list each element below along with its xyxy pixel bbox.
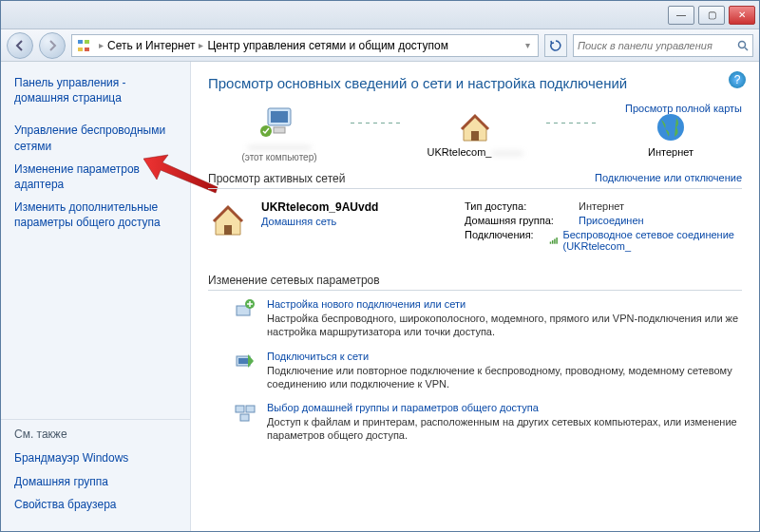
sidebar-link-browser[interactable]: Свойства браузера	[14, 493, 177, 516]
node-name-blurred: ———	[491, 146, 522, 158]
body: Панель управления - домашняя страница Уп…	[1, 62, 759, 531]
network-details: Тип доступа: Интернет Домашняя группа: П…	[465, 200, 742, 255]
node-name: Интернет	[599, 146, 742, 158]
page-heading: Просмотр основных сведений о сети и наст…	[208, 75, 742, 91]
svg-rect-2	[78, 48, 83, 51]
svg-rect-15	[554, 239, 555, 244]
signal-icon	[549, 235, 559, 246]
task-link-new-connection[interactable]: Настройка нового подключения или сети	[267, 298, 742, 310]
breadcrumb[interactable]: ▸ Сеть и Интернет ▸ Центр управления сет…	[71, 34, 539, 57]
svg-rect-14	[552, 240, 553, 244]
diagram-node-internet: Интернет	[599, 108, 742, 158]
chevron-right-icon: ▸	[95, 40, 107, 50]
section-active-networks: Просмотр активных сетей Подключение или …	[208, 172, 742, 189]
active-network-box: UKRtelecom_9AUvdd Домашняя сеть Тип дост…	[208, 197, 742, 264]
svg-rect-16	[557, 238, 558, 244]
refresh-button[interactable]	[544, 34, 567, 57]
breadcrumb-item[interactable]: Центр управления сетями и общим доступом	[207, 39, 448, 52]
svg-point-4	[739, 41, 746, 48]
help-icon: ?	[734, 73, 741, 86]
detail-value-homegroup[interactable]: Присоединен	[579, 215, 644, 226]
arrow-right-icon	[47, 40, 58, 51]
breadcrumb-item[interactable]: Сеть и Интернет	[107, 39, 195, 52]
svg-rect-10	[471, 131, 479, 141]
detail-label: Тип доступа:	[465, 200, 579, 212]
connection-line	[546, 123, 599, 124]
node-name: UKRtelecom_	[428, 146, 492, 158]
task-item: Выбор домашней группы и параметров общег…	[208, 402, 742, 443]
search-box[interactable]	[573, 34, 753, 57]
back-button[interactable]	[7, 32, 33, 59]
network-icon	[76, 38, 91, 53]
help-button[interactable]: ?	[729, 71, 746, 88]
task-list: Настройка нового подключения или сети На…	[208, 298, 742, 443]
window: — ▢ ✕ ▸ Сеть и Интернет ▸ Центр управлен…	[0, 0, 760, 532]
section-label: Изменение сетевых параметров	[208, 274, 380, 287]
task-item: Подключиться к сети Подключение или повт…	[208, 351, 742, 391]
view-map-link[interactable]: Просмотр полной карты	[625, 103, 742, 114]
minimize-button[interactable]: —	[668, 6, 694, 25]
network-diagram: Просмотр полной карты —————— (этот компь…	[208, 103, 742, 162]
homegroup-icon	[235, 402, 257, 443]
new-connection-icon	[235, 298, 257, 339]
computer-icon	[208, 103, 351, 141]
svg-rect-7	[271, 111, 288, 123]
forward-button[interactable]	[39, 32, 66, 59]
sidebar-link-adapter[interactable]: Изменение параметров адаптера	[1, 158, 190, 196]
diagram-node-network: UKRtelecom_———	[404, 108, 546, 158]
sidebar-link-sharing[interactable]: Изменить дополнительные параметры общего…	[1, 196, 190, 234]
detail-value-connection[interactable]: Беспроводное сетевое соединение (UKRtele…	[549, 229, 742, 252]
main-content: ? Просмотр основных сведений о сети и на…	[191, 62, 759, 531]
house-icon	[404, 108, 546, 146]
chevron-right-icon: ▸	[195, 40, 207, 50]
svg-rect-21	[236, 406, 244, 412]
navbar: ▸ Сеть и Интернет ▸ Центр управления сет…	[1, 29, 759, 62]
chevron-down-icon[interactable]: ▾	[522, 40, 534, 50]
task-link-connect[interactable]: Подключиться к сети	[267, 351, 742, 362]
detail-label: Подключения:	[465, 229, 549, 252]
sidebar-link-wireless[interactable]: Управление беспроводными сетями	[1, 119, 190, 157]
svg-rect-3	[85, 48, 89, 51]
house-icon	[208, 200, 248, 255]
svg-rect-23	[240, 414, 249, 421]
arrow-left-icon	[14, 40, 26, 51]
svg-rect-12	[224, 225, 232, 235]
svg-point-11	[657, 114, 684, 141]
node-subtitle: (этот компьютер)	[208, 152, 351, 162]
diagram-node-computer: —————— (этот компьютер)	[208, 103, 351, 162]
svg-rect-1	[85, 40, 89, 44]
sidebar-link-home[interactable]: Панель управления - домашняя страница	[1, 71, 190, 109]
task-item: Настройка нового подключения или сети На…	[208, 298, 742, 339]
detail-label: Домашняя группа:	[465, 215, 579, 226]
sidebar-link-firewall[interactable]: Брандмауэр Windows	[14, 446, 177, 469]
search-input[interactable]	[578, 40, 733, 51]
detail-value-access: Интернет	[579, 200, 624, 212]
see-also: См. также Брандмауэр Windows Домашняя гр…	[1, 419, 190, 522]
search-icon	[737, 40, 749, 51]
connect-network-icon	[235, 351, 257, 391]
close-button[interactable]: ✕	[729, 6, 755, 25]
task-desc: Подключение или повторное подключение к …	[267, 364, 742, 391]
see-also-title: См. также	[14, 428, 177, 441]
refresh-icon	[549, 39, 562, 52]
task-desc: Настройка беспроводного, широкополосного…	[267, 312, 742, 339]
sidebar-link-homegroup[interactable]: Домашняя группа	[14, 470, 177, 493]
task-link-homegroup[interactable]: Выбор домашней группы и параметров общег…	[267, 402, 742, 413]
section-label: Просмотр активных сетей	[208, 172, 345, 185]
network-name: UKRtelecom_9AUvdd	[261, 200, 451, 214]
svg-rect-8	[274, 127, 285, 133]
svg-rect-13	[550, 241, 551, 243]
task-desc: Доступ к файлам и принтерам, расположенн…	[267, 415, 742, 443]
node-name-blurred: ——————	[248, 141, 311, 152]
svg-rect-22	[246, 406, 255, 412]
connect-disconnect-link[interactable]: Подключение или отключение	[595, 172, 742, 185]
connection-line	[351, 123, 404, 124]
svg-rect-0	[78, 40, 83, 44]
maximize-button[interactable]: ▢	[698, 6, 725, 25]
titlebar: — ▢ ✕	[1, 1, 759, 29]
network-type-link[interactable]: Домашняя сеть	[261, 216, 451, 227]
svg-line-5	[745, 48, 748, 50]
section-change-settings: Изменение сетевых параметров	[208, 274, 742, 291]
sidebar: Панель управления - домашняя страница Уп…	[1, 62, 191, 531]
svg-rect-20	[238, 358, 248, 364]
